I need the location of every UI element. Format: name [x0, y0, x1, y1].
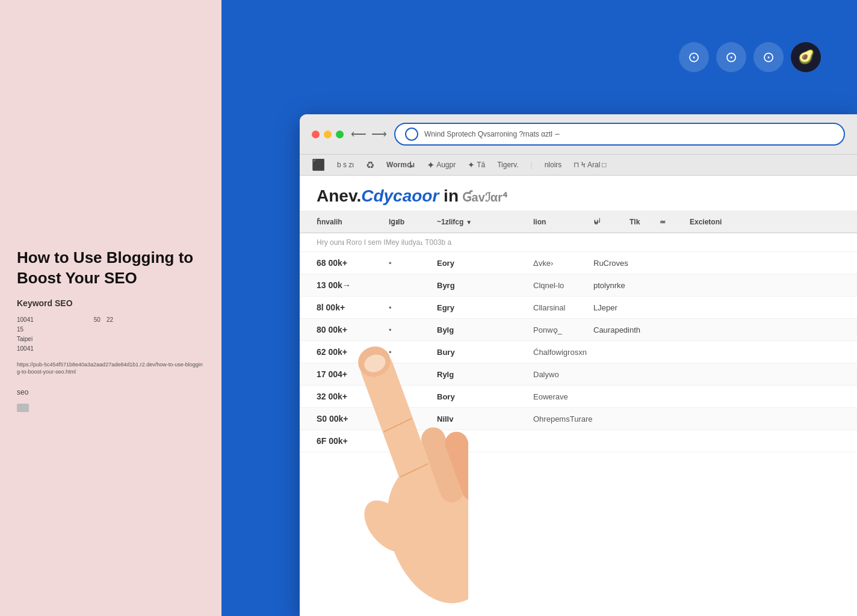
- icon-avocado: 🥑: [791, 42, 821, 72]
- seo-tool-title: Αnev.Cdycaoor in Ɠavℐαr⁴: [317, 186, 840, 206]
- browser-nav: ⟵ ⟶: [351, 128, 387, 141]
- icon-circle-1: ⊙: [679, 42, 709, 72]
- col-header-diff: ⊌ʲ: [593, 218, 630, 226]
- minimize-button[interactable]: [324, 131, 332, 138]
- hand-image: [300, 255, 468, 616]
- title-part4: Ɠavℐαr⁴: [459, 191, 507, 204]
- keyword-label: Keyword SEO: [17, 298, 205, 308]
- meta-block: 10041 50 22 15 Taipei 10041: [17, 315, 205, 354]
- title-part3: in: [439, 186, 459, 205]
- col-header-excietoni: Excietoni: [690, 218, 840, 226]
- toolbar-item-2: b s zι: [337, 161, 354, 169]
- row-label-1: RuCroves: [593, 259, 840, 268]
- title-part2: Cdycaoor: [361, 186, 439, 205]
- right-panel: ⊙ ⊙ ⊙ 🥑 ⟵ ⟶ Wnind Sprotech Qvsarroning ?…: [221, 0, 857, 616]
- table-header-row: ɦnvalih lɡᵻlb ~1zlifcg ▼ lion ⊌ʲ Tlk ≃ E…: [300, 212, 857, 233]
- row-label-4: Caurapedinth: [593, 325, 840, 334]
- toolbar-augpr: ✦ Augpr: [427, 159, 456, 171]
- address-bar-text: Wnind Sprotech Qvsarroning ?rnats αztl ∽: [424, 130, 560, 138]
- icon-circle-3: ⊙: [753, 42, 784, 72]
- address-bar[interactable]: Wnind Sprotech Qvsarroning ?rnats αztl ∽: [394, 123, 845, 146]
- meta-line-4: 10041: [17, 344, 205, 354]
- row-type-4: Ponwϙ_: [533, 325, 593, 334]
- maximize-button[interactable]: [336, 131, 344, 138]
- left-panel: How to Use Blogging to Boost Your SEO Ke…: [0, 0, 221, 616]
- meta-line-3: Taipei: [17, 334, 205, 344]
- row-type-3: Cllarsinal: [533, 303, 593, 312]
- traffic-lights: [312, 131, 344, 138]
- col-header-zlifcg: ~1zlifcg ▼: [437, 218, 533, 226]
- toolbar-ta: ✦ Tā: [468, 160, 485, 170]
- col-header-approx: ≃: [660, 218, 690, 226]
- article-title: How to Use Blogging to Boost Your SEO: [17, 248, 205, 289]
- toolbar-tiger: Tigerv.: [497, 161, 518, 169]
- col-header-tlk: Tlk: [630, 218, 660, 226]
- meta-line-1: 10041 50 22: [17, 315, 205, 325]
- table-subtitle-row: Hry ounᵻ Roro I sem IMey iludya₁ T003b a: [300, 233, 857, 252]
- row-type-1: Δvke›: [533, 259, 593, 268]
- seo-header: Αnev.Cdycaoor in Ɠavℐαr⁴: [300, 176, 857, 212]
- browser-window: ⟵ ⟶ Wnind Sprotech Qvsarroning ?rnats αz…: [300, 114, 857, 616]
- row-label-3: LJeper: [593, 303, 840, 312]
- meta-line-2: 15: [17, 325, 205, 334]
- row-label-2: ptolynrke: [593, 281, 840, 290]
- icon-circle-2: ⊙: [716, 42, 746, 72]
- toolbar-worm: Wormȡι: [386, 161, 415, 169]
- row-type-5: Ćhalfowigrosxn: [533, 348, 840, 357]
- toolbar-aral: ⊓ Ϟ Αral □: [574, 161, 606, 169]
- tag-label: seo: [17, 388, 205, 396]
- nav-back-icon[interactable]: ⟵: [351, 128, 367, 141]
- col-header-lgtb: lɡᵻlb: [389, 218, 437, 226]
- row-type-2: Clqnel-lo: [533, 281, 593, 290]
- top-icons-row: ⊙ ⊙ ⊙ 🥑: [679, 42, 821, 72]
- close-button[interactable]: [312, 131, 320, 138]
- toolbar-nloirs: nloirs: [545, 161, 562, 169]
- browser-chrome: ⟵ ⟶ Wnind Sprotech Qvsarroning ?rnats αz…: [300, 114, 857, 155]
- row-type-7: Eowerave: [533, 392, 840, 401]
- browser-toolbar: ⬛ b s zι ♻ Wormȡι ✦ Augpr ✦ Tā Tigerv. |…: [300, 155, 857, 176]
- toolbar-item-3[interactable]: ♻: [366, 159, 374, 171]
- hand-svg: [300, 255, 468, 616]
- toolbar-separator: |: [531, 161, 533, 169]
- col-header-hnvalih: ɦnvalih: [317, 218, 389, 226]
- nav-forward-icon[interactable]: ⟶: [371, 128, 387, 141]
- edit-icon: [17, 404, 29, 412]
- site-security-icon: [405, 128, 418, 141]
- row-type-8: OhrepemsTurare: [533, 414, 840, 424]
- article-url: https://pub-5c454f571b8e40a3a2aad27ade84…: [17, 361, 205, 376]
- col-header-lion: lion: [533, 218, 593, 226]
- row-type-6: Dalywo: [533, 370, 840, 379]
- toolbar-item-1[interactable]: ⬛: [312, 158, 325, 171]
- title-part1: Αnev.: [317, 186, 361, 205]
